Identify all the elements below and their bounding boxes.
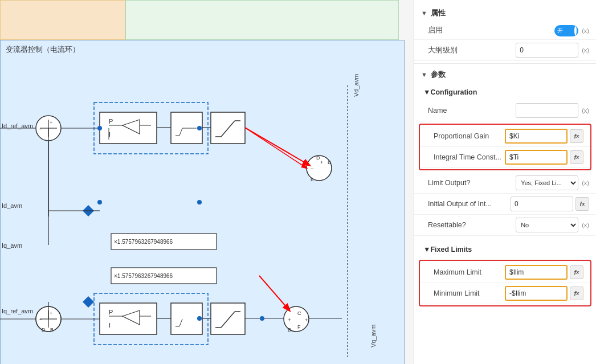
svg-text:−: − [39, 317, 42, 323]
svg-text:B: B [328, 159, 331, 165]
parameters-section-header[interactable]: ▼ 参数 [414, 66, 596, 83]
right-panel: ▼ 属性 启用 开 (x) 大纲级别 (x) ▼ 参数 ▼ Configurat… [414, 0, 596, 364]
outline-x-label: (x) [582, 47, 589, 54]
limit-output-value: Yes, Fixed Li... No (x) [516, 175, 589, 190]
svg-text:B: B [50, 327, 54, 333]
properties-title: 属性 [431, 8, 446, 18]
configuration-title: Configuration [430, 88, 477, 96]
svg-text:+: + [305, 317, 308, 323]
enable-x-label: (x) [582, 27, 589, 34]
circuit-diagram: − + P I − + E D B [0, 40, 405, 364]
svg-point-72 [197, 316, 202, 321]
resettable-select[interactable]: No Yes [516, 218, 578, 232]
limit-output-label: Limit Output? [428, 179, 516, 187]
resettable-value: No Yes (x) [516, 218, 589, 232]
proportional-gain-label: Proportional Gain [434, 132, 505, 140]
svg-text:C: C [297, 310, 301, 316]
integral-time-input[interactable] [505, 150, 568, 165]
properties-chevron: ▼ [421, 10, 427, 17]
svg-text:+: + [288, 317, 291, 323]
max-limit-value: fx [505, 265, 583, 280]
resettable-row: Resettable? No Yes (x) [414, 215, 596, 236]
svg-line-29 [245, 128, 307, 168]
toggle-on-text: 开 [557, 27, 563, 35]
enable-value: 开 (x) [554, 25, 589, 36]
svg-text:×1.5757963267948966: ×1.5757963267948966 [114, 239, 173, 245]
outline-label: 大纲级别 [428, 46, 516, 55]
fixed-limits-title: Fixed Limits [430, 246, 472, 253]
svg-line-75 [245, 128, 309, 165]
parameters-chevron: ▼ [421, 71, 427, 78]
initial-output-row: Initial Output of Int... fx [414, 194, 596, 215]
integral-time-label: Integral Time Const... [434, 153, 505, 161]
min-limit-fx-btn[interactable]: fx [570, 287, 583, 300]
svg-text:D: D [316, 155, 320, 161]
svg-text:×1.5757963267948966: ×1.5757963267948966 [114, 273, 173, 279]
svg-point-32 [197, 126, 202, 130]
svg-text:D: D [42, 327, 46, 333]
pi-highlighted-section: Proportional Gain fx Integral Time Const… [419, 124, 591, 170]
proportional-gain-input[interactable] [505, 129, 568, 144]
properties-section-header[interactable]: ▼ 属性 [414, 5, 596, 22]
name-input[interactable] [516, 103, 578, 118]
svg-text:P: P [109, 118, 113, 125]
enable-row: 启用 开 (x) [414, 22, 596, 40]
name-label: Name [428, 107, 516, 114]
top-green-block [125, 0, 399, 40]
svg-text:F: F [297, 324, 301, 330]
initial-output-input[interactable] [511, 197, 573, 211]
id-avm-label: Id_avm [2, 202, 22, 209]
svg-text:+: + [320, 159, 323, 165]
svg-point-34 [197, 200, 202, 205]
name-row: Name (x) [414, 100, 596, 121]
limit-output-x: (x) [582, 179, 589, 186]
outline-input[interactable] [516, 43, 578, 58]
initial-output-value: fx [511, 197, 589, 211]
name-value: (x) [516, 103, 589, 118]
min-limit-input[interactable] [505, 286, 568, 301]
svg-text:+: + [50, 310, 52, 316]
id-ref-label: Id_ref_avm [2, 122, 33, 129]
svg-point-33 [97, 200, 102, 205]
max-limit-label: Maximum Limit [434, 268, 505, 276]
outline-value: (x) [516, 43, 589, 58]
limit-output-row: Limit Output? Yes, Fixed Li... No (x) [414, 173, 596, 194]
iq-avm-label: Iq_avm [2, 242, 22, 249]
svg-text:E: E [311, 177, 314, 182]
fixed-limits-header[interactable]: ▼ Fixed Limits [423, 243, 589, 256]
enable-toggle[interactable]: 开 [554, 25, 578, 36]
svg-point-73 [260, 316, 264, 321]
resettable-label: Resettable? [428, 221, 516, 229]
max-limit-input[interactable] [505, 265, 568, 280]
svg-text:Vq_avm: Vq_avm [370, 325, 377, 347]
integral-time-row: Integral Time Const... fx [420, 147, 590, 168]
integral-time-fx-btn[interactable]: fx [570, 150, 583, 164]
configuration-header-row: ▼ Configuration [414, 83, 596, 100]
proportional-gain-row: Proportional Gain fx [420, 126, 590, 147]
resettable-x: (x) [582, 222, 589, 228]
min-limit-label: Minimum Limit [434, 289, 505, 297]
outline-row: 大纲级别 (x) [414, 40, 596, 61]
initial-output-fx-btn[interactable]: fx [575, 197, 589, 211]
limit-output-select[interactable]: Yes, Fixed Li... No [516, 175, 578, 190]
svg-rect-56 [211, 303, 245, 334]
min-limit-row: Minimum Limit fx [420, 283, 590, 304]
svg-marker-78 [83, 296, 94, 308]
min-limit-value: fx [505, 286, 583, 301]
fixed-limits-highlighted-section: Maximum Limit fx Minimum Limit fx [419, 260, 591, 306]
svg-text:I: I [109, 322, 111, 329]
svg-rect-11 [211, 112, 245, 144]
enable-label: 启用 [428, 26, 554, 35]
svg-point-31 [97, 126, 102, 130]
svg-text:−: − [39, 126, 42, 132]
integral-time-value: fx [505, 150, 583, 165]
svg-text:−: − [311, 166, 314, 172]
svg-text:P: P [109, 309, 113, 316]
name-x-label: (x) [582, 107, 589, 114]
configuration-header[interactable]: ▼ Configuration [423, 85, 589, 99]
initial-output-label: Initial Output of Int... [428, 200, 511, 208]
svg-text:+: + [50, 120, 52, 125]
max-limit-fx-btn[interactable]: fx [570, 265, 583, 279]
fixed-limits-header-row: ▼ Fixed Limits [414, 240, 596, 257]
proportional-gain-fx-btn[interactable]: fx [570, 129, 583, 143]
